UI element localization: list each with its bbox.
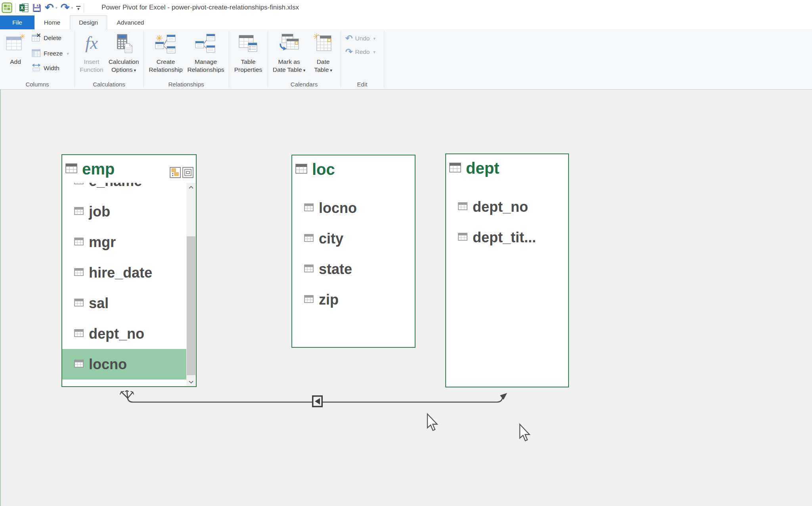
group-label-calendars: Calendars: [268, 81, 341, 88]
ribbon-group-calculations: fx Insert Function Calculation Options▾ …: [75, 29, 144, 90]
field-row-dept_no[interactable]: dept_no: [446, 192, 568, 222]
table-scrollbar[interactable]: [186, 183, 196, 386]
column-width-icon: [32, 63, 41, 73]
scrollbar-thumb[interactable]: [187, 236, 195, 375]
field-label: e_name: [89, 183, 142, 190]
tab-file[interactable]: File: [0, 15, 34, 29]
add-table-icon: ✳: [6, 32, 25, 58]
window-title: Power Pivot for Excel - power-pivot-crea…: [102, 4, 299, 12]
field-row-job[interactable]: job: [62, 196, 186, 227]
ribbon-group-relationships: ✳ Create Relationship Manage Relationshi…: [144, 29, 229, 90]
insert-function-icon: fx: [85, 32, 98, 58]
calculation-options-button[interactable]: Calculation Options▾: [105, 32, 142, 74]
table-name: dept: [466, 159, 499, 177]
field-icon: [304, 234, 314, 243]
mark-as-date-table-dropdown-icon: ▾: [303, 68, 306, 73]
calculation-options-dropdown-icon: ▾: [134, 68, 136, 73]
diagram-table-loc[interactable]: loclocnocitystatezip: [291, 155, 416, 348]
undo-dropdown-icon[interactable]: ▾: [373, 36, 376, 41]
field-row-dept_tit[interactable]: dept_tit...: [446, 222, 568, 253]
excel-icon[interactable]: X: [19, 3, 29, 13]
group-label-calculations: Calculations: [75, 81, 144, 88]
field-label: dept_no: [89, 326, 144, 342]
field-row-sal[interactable]: sal: [62, 288, 186, 318]
scroll-up-icon[interactable]: [186, 183, 196, 192]
tab-home[interactable]: Home: [34, 15, 70, 29]
dept-table-header[interactable]: dept: [446, 154, 568, 182]
redo-dropdown-icon[interactable]: ▾: [373, 50, 376, 55]
undo-dropdown-icon[interactable]: ▾: [56, 6, 57, 10]
date-table-dropdown-icon: ▾: [330, 68, 332, 73]
ribbon-group-table-properties: Table Properties: [229, 29, 268, 90]
table-icon: [295, 164, 307, 175]
table-name: emp: [82, 160, 115, 178]
divider: [384, 31, 384, 87]
field-label: dept_no: [473, 199, 528, 215]
field-icon: [74, 360, 84, 369]
column-width-button[interactable]: Width: [32, 63, 59, 74]
column-width-label: Width: [44, 65, 59, 72]
field-row-dept_no[interactable]: dept_no: [62, 318, 186, 349]
save-icon[interactable]: [32, 3, 42, 13]
freeze-dropdown-icon[interactable]: ▾: [67, 51, 69, 56]
field-label: dept_tit...: [473, 229, 536, 246]
field-label: locno: [319, 200, 357, 217]
field-row-zip[interactable]: zip: [292, 284, 415, 315]
manage-relationships-button[interactable]: Manage Relationships: [185, 32, 227, 74]
delete-column-button[interactable]: Delete: [32, 33, 61, 44]
create-relationship-icon: ✳: [154, 32, 177, 58]
redo-dropdown-icon[interactable]: ▾: [71, 6, 73, 10]
date-table-button[interactable]: ✳ Date Table▾: [309, 32, 337, 74]
freeze-column-button[interactable]: Freeze ▾: [32, 48, 69, 59]
delete-icon: [32, 33, 41, 43]
field-label: zip: [319, 291, 339, 308]
power-pivot-app-icon[interactable]: [2, 2, 12, 13]
calculation-options-icon: [114, 32, 134, 58]
date-table-icon: ✳: [313, 32, 333, 58]
mark-as-date-table-button[interactable]: Mark as Date Table▾: [270, 32, 308, 74]
quick-access-toolbar: X ↶ ▾ ↷ ▾ ▾: [0, 0, 84, 15]
diagram-table-dept[interactable]: deptdept_nodept_tit...: [445, 153, 569, 387]
tab-design[interactable]: Design: [70, 15, 107, 29]
field-row-e_name[interactable]: e_name: [62, 183, 186, 196]
create-hierarchy-icon[interactable]: [170, 167, 181, 180]
redo-button[interactable]: ↷ Redo ▾: [345, 48, 375, 56]
field-icon: [74, 183, 84, 186]
undo-icon: ↶: [345, 34, 352, 43]
diagram-table-emp[interactable]: empe_namejobmgrhire_datesaldept_nolocno: [61, 154, 197, 387]
field-label: mgr: [89, 234, 116, 251]
scroll-down-icon[interactable]: [186, 378, 196, 386]
redo-icon[interactable]: ↷: [61, 2, 70, 13]
power-pivot-window: X ↶ ▾ ↷ ▾ ▾ Power Pivot for Excel - powe…: [0, 0, 812, 506]
ribbon: ✳ Add Delete Freeze ▾ Width Columns: [0, 29, 812, 90]
field-row-locno[interactable]: locno: [292, 193, 415, 223]
maximize-icon[interactable]: [182, 167, 193, 180]
customize-quick-access-icon[interactable]: ▾: [76, 6, 80, 10]
field-row-state[interactable]: state: [292, 254, 415, 284]
create-relationship-button[interactable]: ✳ Create Relationship: [147, 32, 185, 74]
freeze-column-label: Freeze: [44, 50, 63, 57]
field-icon: [304, 264, 314, 274]
table-properties-button[interactable]: Table Properties: [231, 32, 265, 74]
group-label-edit: Edit: [341, 81, 384, 88]
table-icon: [65, 163, 77, 175]
loc-table-header[interactable]: loc: [292, 155, 415, 183]
field-icon: [304, 295, 314, 305]
insert-function-button[interactable]: fx Insert Function: [79, 32, 104, 74]
field-row-locno[interactable]: locno: [62, 349, 186, 380]
field-icon: [458, 233, 467, 242]
add-column-label: Add: [10, 58, 21, 66]
table-name: loc: [312, 161, 335, 178]
undo-icon[interactable]: ↶: [45, 2, 54, 13]
field-row-hire_date[interactable]: hire_date: [62, 257, 186, 288]
diagram-view[interactable]: empe_namejobmgrhire_datesaldept_nolocno …: [0, 90, 812, 506]
ribbon-group-edit: ↶ Undo ▾ ↷ Redo ▾ Edit: [341, 29, 384, 90]
add-column-button[interactable]: ✳ Add: [3, 32, 28, 66]
field-row-city[interactable]: city: [292, 223, 415, 254]
undo-button[interactable]: ↶ Undo ▾: [345, 34, 375, 43]
tab-advanced[interactable]: Advanced: [107, 15, 154, 29]
ribbon-group-calendars: Mark as Date Table▾ ✳ Date Table▾ Calend…: [268, 29, 341, 90]
manage-relationships-icon: [195, 32, 217, 58]
redo-icon: ↷: [345, 48, 352, 56]
field-row-mgr[interactable]: mgr: [62, 227, 186, 257]
